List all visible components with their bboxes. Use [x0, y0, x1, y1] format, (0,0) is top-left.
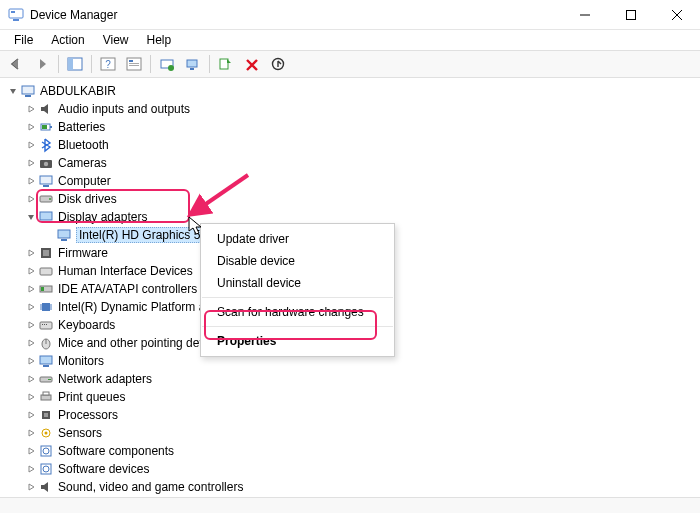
expander-closed-icon[interactable] [24, 282, 38, 296]
display-icon [56, 227, 72, 243]
forward-button[interactable] [30, 53, 54, 75]
menu-help[interactable]: Help [139, 31, 180, 49]
help-button[interactable]: ? [96, 53, 120, 75]
svg-point-16 [168, 65, 174, 71]
svg-rect-45 [46, 324, 47, 325]
expander-open-icon[interactable] [6, 84, 20, 98]
svg-rect-4 [627, 10, 636, 19]
battery-icon [38, 119, 54, 135]
expander-none [42, 228, 56, 242]
expander-closed-icon[interactable] [24, 174, 38, 188]
computer-icon [20, 83, 36, 99]
tree-label: Bluetooth [58, 138, 109, 152]
svg-rect-38 [40, 268, 52, 275]
expander-closed-icon[interactable] [24, 354, 38, 368]
enable-device-button[interactable] [214, 53, 238, 75]
expander-closed-icon[interactable] [24, 300, 38, 314]
chip-icon [38, 299, 54, 315]
ctx-disable-device[interactable]: Disable device [201, 250, 394, 272]
maximize-button[interactable] [608, 0, 654, 30]
disk-icon [38, 191, 54, 207]
menubar: File Action View Help [0, 30, 700, 50]
uninstall-device-button[interactable] [240, 53, 264, 75]
tree-label: Display adapters [58, 210, 147, 224]
ctx-update-driver[interactable]: Update driver [201, 228, 394, 250]
ctx-properties[interactable]: Properties [201, 330, 394, 352]
hid-icon [38, 263, 54, 279]
context-menu: Update driver Disable device Uninstall d… [200, 223, 395, 357]
disable-device-button[interactable] [266, 53, 290, 75]
svg-rect-24 [50, 126, 52, 128]
expander-closed-icon[interactable] [24, 480, 38, 494]
ctx-scan-hardware[interactable]: Scan for hardware changes [201, 301, 394, 323]
tree-category[interactable]: Bluetooth [24, 136, 700, 154]
svg-rect-29 [43, 185, 49, 187]
tree-label: Sensors [58, 426, 102, 440]
minimize-button[interactable] [562, 0, 608, 30]
expander-closed-icon[interactable] [24, 156, 38, 170]
expander-open-icon[interactable] [24, 210, 38, 224]
svg-point-27 [44, 162, 48, 166]
sound-icon [38, 479, 54, 495]
show-hide-tree-button[interactable] [63, 53, 87, 75]
ctx-uninstall-device[interactable]: Uninstall device [201, 272, 394, 294]
svg-rect-22 [25, 95, 31, 97]
expander-closed-icon[interactable] [24, 390, 38, 404]
tree-label: Batteries [58, 120, 105, 134]
tree-label: Human Interface Devices [58, 264, 193, 278]
expander-closed-icon[interactable] [24, 138, 38, 152]
expander-closed-icon[interactable] [24, 462, 38, 476]
ctx-separator [202, 326, 393, 327]
expander-closed-icon[interactable] [24, 246, 38, 260]
expander-closed-icon[interactable] [24, 264, 38, 278]
svg-rect-41 [42, 303, 50, 311]
svg-rect-35 [61, 239, 67, 241]
toolbar-separator [91, 55, 92, 73]
expander-closed-icon[interactable] [24, 444, 38, 458]
software-icon [38, 443, 54, 459]
expander-closed-icon[interactable] [24, 192, 38, 206]
svg-text:?: ? [105, 59, 111, 70]
expander-closed-icon[interactable] [24, 426, 38, 440]
expander-closed-icon[interactable] [24, 318, 38, 332]
display-icon [38, 209, 54, 225]
tree-category[interactable]: Batteries [24, 118, 700, 136]
tree-category[interactable]: Sound, video and game controllers [24, 478, 700, 496]
tree-category[interactable]: Audio inputs and outputs [24, 100, 700, 118]
tree-label: Network adapters [58, 372, 152, 386]
properties-button[interactable] [122, 53, 146, 75]
camera-icon [38, 155, 54, 171]
keyboard-icon [38, 317, 54, 333]
menu-file[interactable]: File [6, 31, 41, 49]
expander-closed-icon[interactable] [24, 372, 38, 386]
tree-category[interactable]: Software devices [24, 460, 700, 478]
menu-view[interactable]: View [95, 31, 137, 49]
tree-root[interactable]: ABDULKABIR [6, 82, 700, 100]
window-controls [562, 0, 700, 30]
tree-category[interactable]: Network adapters [24, 370, 700, 388]
svg-rect-55 [44, 413, 48, 417]
tree-category[interactable]: Cameras [24, 154, 700, 172]
tree-category[interactable]: Computer [24, 172, 700, 190]
tree-device-label-selected: Intel(R) HD Graphics 520 [76, 227, 217, 243]
tree-category[interactable]: Sensors [24, 424, 700, 442]
expander-closed-icon[interactable] [24, 408, 38, 422]
expander-closed-icon[interactable] [24, 336, 38, 350]
tree-category[interactable]: Print queues [24, 388, 700, 406]
close-button[interactable] [654, 0, 700, 30]
back-button[interactable] [4, 53, 28, 75]
update-driver-button[interactable] [155, 53, 179, 75]
tree-category[interactable]: Disk drives [24, 190, 700, 208]
svg-rect-13 [129, 63, 139, 64]
expander-closed-icon[interactable] [24, 102, 38, 116]
app-icon [8, 7, 24, 23]
tree-category[interactable]: Processors [24, 406, 700, 424]
scan-hardware-button[interactable] [181, 53, 205, 75]
software-icon [38, 461, 54, 477]
menu-action[interactable]: Action [43, 31, 92, 49]
svg-rect-18 [190, 68, 194, 70]
computer-icon [38, 173, 54, 189]
tree-category[interactable]: Software components [24, 442, 700, 460]
svg-rect-8 [68, 58, 73, 70]
expander-closed-icon[interactable] [24, 120, 38, 134]
